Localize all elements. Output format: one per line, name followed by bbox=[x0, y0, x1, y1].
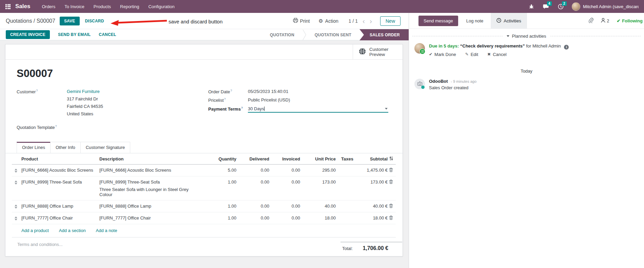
delete-row-icon[interactable] bbox=[389, 176, 396, 200]
breadcrumb-separator: / bbox=[32, 18, 36, 24]
planned-activities-header[interactable]: Planned activities bbox=[409, 34, 644, 39]
total-value: 1,706.00 € bbox=[363, 245, 388, 251]
status-step-quotation[interactable]: QUOTATION bbox=[262, 29, 303, 40]
delete-row-icon[interactable] bbox=[389, 200, 396, 212]
check-icon: ✔ bbox=[617, 18, 620, 23]
col-invoiced[interactable]: Invoiced bbox=[271, 153, 301, 165]
annotation-arrow bbox=[110, 18, 168, 26]
breadcrumb: Quotations / S00007 bbox=[6, 18, 55, 24]
statusbar-row: CREATE INVOICE SEND BY EMAIL CANCEL QUOT… bbox=[0, 29, 409, 40]
delete-row-icon[interactable] bbox=[389, 165, 396, 176]
log-note-button[interactable]: Log note bbox=[466, 18, 484, 23]
menu-products[interactable]: Products bbox=[94, 4, 111, 9]
drag-handle-icon[interactable] bbox=[13, 179, 19, 185]
tab-customer-signature[interactable]: Customer Signature bbox=[80, 142, 131, 153]
mark-done-button[interactable]: ✔ Mark Done bbox=[429, 52, 456, 57]
order-lines-table: Product Description Quantity Delivered I… bbox=[12, 153, 396, 237]
activities-clock-icon[interactable]: 2 bbox=[558, 4, 564, 9]
text-cursor bbox=[264, 107, 265, 111]
tab-order-lines[interactable]: Order Lines bbox=[17, 142, 51, 153]
table-row[interactable]: [FURN_8999] Three-Seat Sofa [FURN_8999] … bbox=[12, 176, 396, 200]
collapse-caret-icon bbox=[507, 35, 509, 37]
breadcrumb-current: S00007 bbox=[37, 18, 55, 24]
add-section-link[interactable]: Add a section bbox=[59, 228, 86, 233]
clock-icon bbox=[496, 18, 501, 24]
messages-icon[interactable]: 4 bbox=[543, 4, 549, 9]
create-invoice-button[interactable]: CREATE INVOICE bbox=[6, 30, 50, 39]
edit-activity-button[interactable]: ✎ Edit bbox=[465, 52, 478, 57]
totals-block: Total: 1,706.00 € bbox=[340, 242, 402, 251]
info-icon[interactable]: i bbox=[564, 45, 569, 50]
planned-activity-item: Due in 5 days: “Check delivery requireme… bbox=[409, 43, 644, 57]
drag-handle-icon[interactable] bbox=[13, 215, 19, 221]
help-marker: ? bbox=[55, 125, 57, 128]
menu-reporting[interactable]: Reporting bbox=[120, 4, 139, 9]
table-row[interactable]: [FURN_6666] Acoustic Bloc Screens [FURN_… bbox=[12, 165, 396, 176]
control-panel-row: Quotations / S00007 SAVE DISCARD save an… bbox=[0, 13, 409, 29]
customer-link[interactable]: Gemini Furniture bbox=[67, 89, 103, 94]
gear-icon: ⚙ bbox=[318, 18, 323, 24]
quotation-template-label: Quotation Template? bbox=[17, 125, 67, 130]
status-step-sales-order[interactable]: SALES ORDER bbox=[359, 29, 409, 40]
col-description[interactable]: Description bbox=[98, 153, 202, 165]
form-background: CustomerPreview S00007 Customer? Gemini … bbox=[0, 40, 409, 268]
menu-orders[interactable]: Orders bbox=[42, 4, 55, 9]
total-label: Total: bbox=[342, 246, 353, 251]
menu-to-invoice[interactable]: To Invoice bbox=[64, 4, 84, 9]
payment-terms-input[interactable]: 30 Days bbox=[248, 106, 388, 113]
user-avatar[interactable] bbox=[572, 2, 580, 11]
following-button[interactable]: ✔ Following bbox=[617, 18, 643, 23]
tab-other-info[interactable]: Other Info bbox=[50, 142, 81, 153]
dropdown-caret-icon[interactable] bbox=[385, 108, 388, 110]
order-date-field[interactable]: 05/25/2023 15:40:01 bbox=[248, 89, 288, 94]
debug-bug-icon[interactable] bbox=[529, 4, 534, 9]
customer-preview-button[interactable]: CustomerPreview bbox=[353, 44, 403, 59]
apps-grid-icon[interactable] bbox=[5, 4, 11, 9]
print-button[interactable]: Print bbox=[293, 18, 310, 24]
sheet-top-strip: CustomerPreview bbox=[5, 44, 403, 60]
pager-next-icon[interactable]: › bbox=[370, 19, 372, 23]
add-product-link[interactable]: Add a product bbox=[21, 228, 49, 233]
new-button[interactable]: New bbox=[380, 16, 401, 26]
drag-handle-icon[interactable] bbox=[13, 204, 19, 209]
col-quantity[interactable]: Quantity bbox=[202, 153, 238, 165]
action-button[interactable]: ⚙ Action bbox=[318, 18, 338, 24]
send-message-button[interactable]: Send message bbox=[418, 16, 458, 26]
cancel-activity-button[interactable]: ✖ Cancel bbox=[487, 52, 507, 57]
check-icon: ✔ bbox=[429, 52, 432, 57]
attachment-paperclip-icon[interactable] bbox=[588, 18, 593, 24]
menu-configuration[interactable]: Configuration bbox=[148, 4, 174, 9]
status-pipeline: QUOTATION QUOTATION SENT SALES ORDER bbox=[262, 29, 409, 40]
followers-button[interactable]: 2 bbox=[601, 18, 609, 24]
send-by-email-button[interactable]: SEND BY EMAIL bbox=[58, 32, 91, 37]
table-row[interactable]: [FURN_8888] Office Lamp [FURN_8888] Offi… bbox=[12, 200, 396, 212]
table-links-row: Add a product Add a section Add a note bbox=[12, 224, 396, 237]
message-author[interactable]: OdooBot bbox=[429, 79, 448, 84]
table-row[interactable]: [FURN_7777] Office Chair [FURN_7777] Off… bbox=[12, 212, 396, 224]
pricelist-field[interactable]: Public Pricelist (USD) bbox=[248, 97, 290, 103]
save-button[interactable]: SAVE bbox=[60, 17, 80, 25]
col-taxes[interactable]: Taxes bbox=[337, 153, 364, 165]
status-step-quotation-sent[interactable]: QUOTATION SENT bbox=[307, 29, 359, 40]
col-product[interactable]: Product bbox=[20, 153, 98, 165]
add-note-link[interactable]: Add a note bbox=[96, 228, 117, 233]
activities-button[interactable]: Activities bbox=[491, 13, 527, 29]
breadcrumb-quotations[interactable]: Quotations bbox=[6, 18, 32, 24]
terms-placeholder[interactable]: Terms and conditions... bbox=[17, 242, 63, 251]
col-delivered[interactable]: Delivered bbox=[238, 153, 271, 165]
pager-counter: 1 / 1 bbox=[349, 18, 358, 24]
discard-button[interactable]: DISCARD bbox=[85, 19, 104, 23]
chatter-panel: Send message Log note Activities 2 ✔ Fol… bbox=[409, 13, 644, 268]
activity-title: “Check delivery requirements” bbox=[460, 43, 525, 49]
col-subtotal[interactable]: Subtotal bbox=[364, 153, 389, 165]
col-unit-price[interactable]: Unit Price bbox=[301, 153, 337, 165]
document-title[interactable]: S00007 bbox=[17, 68, 388, 80]
app-name[interactable]: Sales bbox=[15, 3, 30, 10]
optional-columns-icon[interactable] bbox=[389, 153, 396, 165]
cancel-button[interactable]: CANCEL bbox=[99, 32, 116, 37]
drag-handle-icon[interactable] bbox=[13, 168, 19, 173]
delete-row-icon[interactable] bbox=[389, 212, 396, 224]
user-name[interactable]: Mitchell Admin (save_discard bbox=[583, 4, 639, 9]
person-icon bbox=[601, 18, 605, 24]
pager-previous-icon[interactable]: ‹ bbox=[363, 19, 365, 23]
